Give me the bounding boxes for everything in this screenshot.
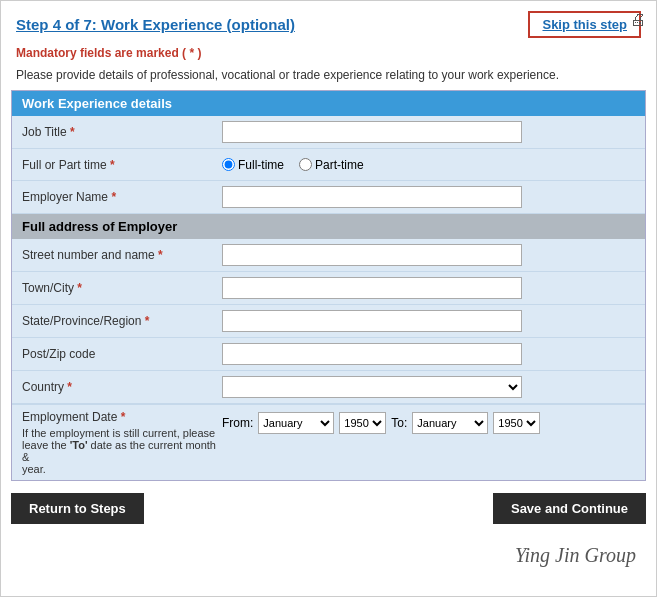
form-container: Work Experience details Job Title * Full… [11, 90, 646, 481]
job-title-row: Job Title * [12, 116, 645, 149]
from-year-select[interactable]: 1940194119421943194419451946194719481949… [339, 412, 386, 434]
employer-name-input[interactable] [222, 186, 522, 208]
full-part-label: Full or Part time * [22, 158, 222, 172]
from-month-select[interactable]: JanuaryFebruaryMarchAprilMayJuneJulyAugu… [258, 412, 334, 434]
full-part-time-row: Full or Part time * Full-time Part-time [12, 149, 645, 181]
full-time-radio[interactable] [222, 158, 235, 171]
date-selectors: From: JanuaryFebruaryMarchAprilMayJuneJu… [222, 410, 540, 434]
post-input[interactable] [222, 343, 522, 365]
print-icon[interactable]: 🖨 [630, 11, 646, 29]
country-label: Country * [22, 380, 222, 394]
post-label: Post/Zip code [22, 347, 222, 361]
description-text: Please provide details of professional, … [1, 64, 656, 90]
page-title: Step 4 of 7: Work Experience (optional) [16, 16, 295, 33]
job-title-input[interactable] [222, 121, 522, 143]
state-label: State/Province/Region * [22, 314, 222, 328]
button-row: Return to Steps Save and Continue [1, 481, 656, 536]
country-row: Country * [12, 371, 645, 404]
employer-name-label: Employer Name * [22, 190, 222, 204]
street-row: Street number and name * [12, 239, 645, 272]
to-month-select[interactable]: JanuaryFebruaryMarchAprilMayJuneJulyAugu… [412, 412, 488, 434]
mandatory-note: Mandatory fields are marked ( * ) [1, 44, 656, 64]
post-row: Post/Zip code [12, 338, 645, 371]
employer-name-row: Employer Name * [12, 181, 645, 214]
skip-button[interactable]: Skip this step [528, 11, 641, 38]
employment-date-row: Employment Date * If the employment is s… [12, 404, 645, 480]
save-continue-button[interactable]: Save and Continue [493, 493, 646, 524]
job-title-label: Job Title * [22, 125, 222, 139]
state-input[interactable] [222, 310, 522, 332]
country-select[interactable] [222, 376, 522, 398]
employment-date-label-block: Employment Date * If the employment is s… [22, 410, 222, 475]
footer-logo: Ying Jin Group [1, 536, 656, 577]
section-header-work-experience: Work Experience details [12, 91, 645, 116]
part-time-radio-label[interactable]: Part-time [299, 158, 364, 172]
street-input[interactable] [222, 244, 522, 266]
town-label: Town/City * [22, 281, 222, 295]
return-to-steps-button[interactable]: Return to Steps [11, 493, 144, 524]
state-row: State/Province/Region * [12, 305, 645, 338]
town-row: Town/City * [12, 272, 645, 305]
top-bar: Step 4 of 7: Work Experience (optional) … [1, 1, 656, 44]
street-label: Street number and name * [22, 248, 222, 262]
to-year-select[interactable]: 1940194119421943194419451946194719481949… [493, 412, 540, 434]
section-header-address: Full address of Employer [12, 214, 645, 239]
full-time-radio-label[interactable]: Full-time [222, 158, 284, 172]
part-time-radio[interactable] [299, 158, 312, 171]
radio-group: Full-time Part-time [222, 158, 364, 172]
town-input[interactable] [222, 277, 522, 299]
